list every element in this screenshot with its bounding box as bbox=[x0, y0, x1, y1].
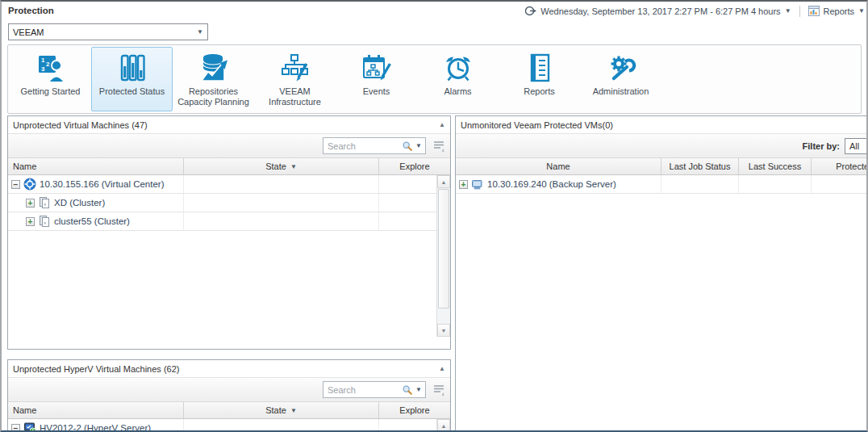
ribbon-item-repositories-capacity-planning[interactable]: Repositories Capacity Planning bbox=[173, 47, 254, 111]
column-chooser-icon[interactable] bbox=[432, 140, 445, 152]
ribbon-item-events[interactable]: Events bbox=[336, 47, 417, 111]
reports-icon bbox=[524, 53, 556, 82]
vertical-scrollbar[interactable] bbox=[436, 419, 450, 430]
table-row[interactable]: cluster55 (Cluster) bbox=[8, 212, 436, 231]
table-row[interactable]: 10.30.155.166 (Virtual Center) bbox=[8, 175, 436, 194]
scope-combobox-value: VEEAM bbox=[13, 27, 44, 37]
panel-header[interactable]: Unprotected HyperV Virtual Machines (62) bbox=[8, 360, 450, 378]
ribbon-item-reports[interactable]: Reports bbox=[499, 47, 580, 111]
column-chooser-icon[interactable] bbox=[432, 384, 445, 396]
unprotected-vms-grid: Name State Explore bbox=[8, 158, 450, 337]
state-cell bbox=[184, 419, 379, 430]
column-header-name[interactable]: Name bbox=[8, 158, 184, 174]
ribbon-item-label: VEEAM Infrastructure bbox=[256, 86, 335, 107]
ribbon-item-label: Getting Started bbox=[21, 86, 81, 97]
panel-toolbar bbox=[8, 378, 450, 402]
ribbon-item-label: Protected Status bbox=[99, 86, 165, 97]
table-row[interactable]: 10.30.169.240 (Backup Server) bbox=[456, 175, 866, 194]
row-label: 10.30.155.166 (Virtual Center) bbox=[40, 179, 165, 189]
search-box[interactable] bbox=[323, 381, 426, 398]
cluster-icon bbox=[38, 196, 51, 209]
grid-body: 10.30.169.240 (Backup Server) bbox=[456, 175, 866, 194]
column-header-protected-space[interactable]: Protected Spa bbox=[812, 158, 866, 174]
ribbon-item-administration[interactable]: Administration bbox=[580, 47, 661, 111]
column-header-explore[interactable]: Explore bbox=[379, 402, 450, 418]
table-row[interactable]: HV2012-2 (HyperV Server) bbox=[8, 419, 436, 430]
column-header-last-success[interactable]: Last Success bbox=[739, 158, 812, 174]
column-header-state[interactable]: State bbox=[184, 402, 379, 418]
time-range-dropdown-icon[interactable] bbox=[785, 8, 791, 15]
search-icon[interactable] bbox=[402, 141, 413, 152]
panel-title: Unprotected HyperV Virtual Machines (62) bbox=[13, 364, 439, 374]
ribbon-item-label: Reports bbox=[524, 86, 555, 97]
table-row[interactable]: XD (Cluster) bbox=[8, 194, 436, 212]
ribbon-item-getting-started[interactable]: 1 2 3 Getting Started bbox=[10, 47, 91, 111]
ribbon-item-label: Alarms bbox=[444, 86, 471, 97]
virtual-center-icon bbox=[23, 178, 36, 191]
column-header-state[interactable]: State bbox=[184, 158, 379, 174]
scope-combobox[interactable]: VEEAM bbox=[8, 23, 208, 40]
state-cell bbox=[184, 175, 379, 193]
collapse-node-button[interactable] bbox=[11, 180, 20, 189]
filter-combobox-value: All bbox=[849, 141, 859, 151]
filter-by-label: Filter by: bbox=[803, 141, 840, 151]
backup-server-icon bbox=[471, 178, 484, 191]
ribbon-item-protected-status[interactable]: Protected Status bbox=[91, 47, 173, 111]
ribbon-item-alarms[interactable]: Alarms bbox=[417, 47, 499, 111]
collapse-node-button[interactable] bbox=[11, 424, 20, 431]
grid-body: HV2012-2 (HyperV Server) bbox=[8, 419, 450, 430]
svg-text:1: 1 bbox=[41, 57, 45, 64]
state-cell bbox=[184, 194, 379, 212]
expand-node-button[interactable] bbox=[26, 199, 35, 208]
scroll-down-button[interactable] bbox=[437, 324, 450, 337]
scroll-thumb[interactable] bbox=[438, 189, 449, 308]
panel-unprotected-vms: Unprotected Virtual Machines (47) bbox=[7, 115, 451, 350]
svg-text:2: 2 bbox=[46, 61, 50, 68]
search-options-icon[interactable] bbox=[415, 387, 422, 393]
last-success-cell bbox=[739, 175, 812, 193]
scope-combobox-arrow-icon bbox=[197, 29, 203, 36]
vertical-scrollbar[interactable] bbox=[436, 175, 450, 337]
scroll-up-button[interactable] bbox=[437, 419, 450, 430]
sort-descending-icon bbox=[290, 163, 297, 170]
search-box[interactable] bbox=[323, 137, 426, 154]
collapse-panel-icon[interactable] bbox=[439, 365, 445, 372]
search-options-icon[interactable] bbox=[415, 143, 422, 149]
time-range-icon bbox=[524, 5, 536, 17]
reports-dropdown-icon[interactable] bbox=[858, 8, 865, 15]
column-header-explore[interactable]: Explore bbox=[379, 158, 450, 174]
panel-unmonitored-veeam-vms: Unmonitored Veeam Protected VMs(0) Filte… bbox=[455, 115, 866, 430]
protected-space-cell bbox=[812, 175, 866, 193]
reports-button[interactable]: Reports bbox=[808, 6, 865, 16]
administration-icon bbox=[605, 53, 637, 82]
column-header-name[interactable]: Name bbox=[456, 158, 661, 174]
collapse-panel-icon[interactable] bbox=[439, 121, 445, 128]
expand-node-button[interactable] bbox=[26, 217, 35, 226]
panel-header[interactable]: Unprotected Virtual Machines (47) bbox=[8, 116, 450, 134]
ribbon-item-veeam-infrastructure[interactable]: VEEAM Infrastructure bbox=[254, 47, 336, 111]
unmonitored-veeam-grid: Name Last Job Status Last Success Protec… bbox=[456, 158, 866, 194]
explore-cell bbox=[379, 194, 436, 212]
state-cell bbox=[184, 212, 379, 230]
ribbon-item-label: Repositories Capacity Planning bbox=[174, 86, 253, 107]
panel-title: Unprotected Virtual Machines (47) bbox=[13, 120, 439, 130]
scroll-up-button[interactable] bbox=[437, 175, 450, 188]
main-content: Unprotected Virtual Machines (47) bbox=[7, 115, 866, 430]
sort-descending-icon bbox=[290, 407, 297, 414]
row-label: 10.30.169.240 (Backup Server) bbox=[487, 179, 616, 189]
search-input[interactable] bbox=[328, 385, 399, 395]
column-header-last-job-status[interactable]: Last Job Status bbox=[661, 158, 739, 174]
page-title: Protection bbox=[8, 6, 54, 15]
time-range-label[interactable]: Wednesday, September 13, 2017 2:27 PM - … bbox=[540, 6, 780, 16]
filter-combobox[interactable]: All bbox=[845, 138, 866, 154]
search-input[interactable] bbox=[328, 141, 399, 151]
search-icon[interactable] bbox=[402, 384, 413, 396]
column-header-name[interactable]: Name bbox=[8, 402, 184, 418]
title-bar: Protection Wednesday, September 13, 2017… bbox=[2, 2, 866, 23]
row-label: cluster55 (Cluster) bbox=[54, 216, 130, 226]
expand-node-button[interactable] bbox=[459, 180, 468, 189]
getting-started-icon: 1 2 3 bbox=[35, 53, 67, 82]
alarms-icon bbox=[442, 53, 474, 82]
row-label: HV2012-2 (HyperV Server) bbox=[40, 423, 151, 430]
panel-header[interactable]: Unmonitored Veeam Protected VMs(0) bbox=[456, 116, 866, 134]
